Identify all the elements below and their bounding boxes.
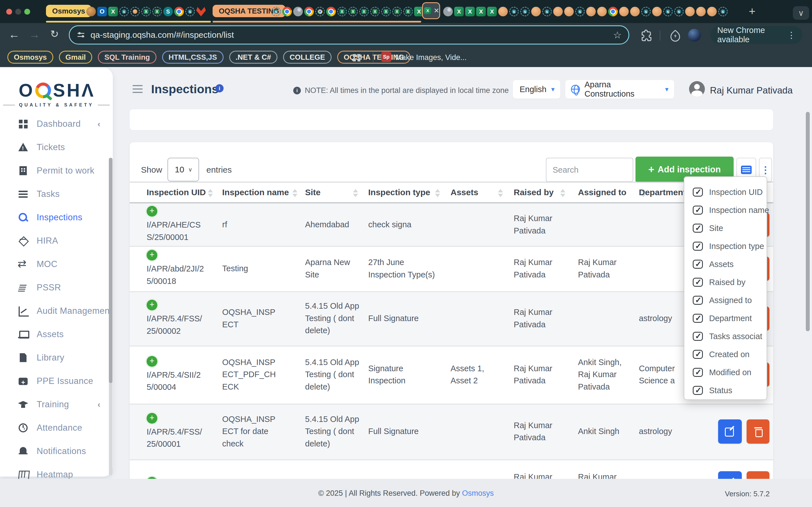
column-header-raised[interactable]: Raised by bbox=[514, 187, 554, 197]
tab-close-icon[interactable]: ✕ bbox=[434, 7, 439, 14]
table-row[interactable]: +I/APR/5.4/SII/25/00004OQSHA_INSPECT_PDF… bbox=[130, 346, 773, 404]
back-icon[interactable]: ← bbox=[8, 28, 20, 41]
company-select[interactable]: Aparna Constructions ▾ bbox=[565, 80, 674, 99]
chrome-favicon[interactable] bbox=[282, 7, 292, 16]
sharepoint-favicon[interactable] bbox=[163, 7, 173, 16]
chrome-update-button[interactable]: New Chrome available ⋮ bbox=[711, 26, 802, 44]
exceldash-favicon[interactable] bbox=[359, 7, 369, 16]
checkbox-checked-icon[interactable] bbox=[693, 224, 703, 233]
exceldash-favicon[interactable] bbox=[381, 7, 391, 16]
saved-tab-group-college[interactable]: COLLEGE bbox=[283, 51, 332, 64]
checkbox-checked-icon[interactable] bbox=[693, 314, 703, 323]
extensions-puzzle-icon[interactable] bbox=[641, 29, 653, 42]
menu-toggle-icon[interactable] bbox=[133, 85, 143, 94]
tab-groups-grid-icon[interactable] bbox=[353, 54, 356, 57]
spdash-favicon[interactable] bbox=[663, 7, 673, 16]
chrome-favicon[interactable] bbox=[326, 7, 336, 16]
column-menu-item-site[interactable]: Site bbox=[693, 219, 767, 237]
bookmark-star-icon[interactable]: ☆ bbox=[613, 29, 622, 41]
sidebar-item-library[interactable]: Library bbox=[0, 346, 113, 369]
checkbox-checked-icon[interactable] bbox=[693, 350, 703, 359]
tab-search-chevron[interactable]: ∨ bbox=[793, 6, 809, 20]
language-select[interactable]: English ▾ bbox=[513, 80, 560, 99]
bookmark-favicon[interactable]: Sp bbox=[381, 52, 391, 62]
column-menu-item-inspection-uid[interactable]: Inspection UID bbox=[693, 183, 767, 201]
expand-row-icon[interactable]: + bbox=[147, 300, 157, 311]
performance-leaf-icon[interactable] bbox=[669, 29, 682, 42]
spdash-favicon[interactable] bbox=[718, 7, 728, 16]
sidebar-item-tasks[interactable]: Tasks bbox=[0, 182, 113, 206]
sidebar-item-assets[interactable]: Assets bbox=[0, 323, 113, 346]
table-row[interactable]: +I/APR/AHE/CSS/25/00001rfAhemdabadcheck … bbox=[130, 203, 773, 246]
site-settings-icon[interactable] bbox=[77, 31, 86, 39]
sidebar-item-tickets[interactable]: Tickets bbox=[0, 135, 113, 159]
spdash-favicon[interactable] bbox=[674, 7, 684, 16]
info-icon[interactable]: i bbox=[215, 84, 223, 93]
chrome-favicon[interactable] bbox=[608, 7, 618, 16]
chrome-favicon[interactable] bbox=[304, 7, 314, 16]
edit-row-button[interactable] bbox=[718, 419, 742, 444]
spdash-favicon[interactable] bbox=[520, 7, 530, 16]
exceldash-favicon[interactable] bbox=[337, 7, 347, 16]
peach-favicon[interactable] bbox=[531, 7, 541, 16]
outlook-favicon[interactable] bbox=[97, 7, 107, 16]
url-bar[interactable]: qa-staging.oqsha.com/#/inspection/list ☆ bbox=[69, 25, 629, 45]
exceldash-favicon[interactable] bbox=[348, 7, 358, 16]
sidebar-item-audit-management[interactable]: Audit Management bbox=[0, 299, 113, 323]
sidebar-item-ppe-issuance[interactable]: PPE Issuance bbox=[0, 369, 113, 393]
chrome-favicon[interactable] bbox=[174, 7, 184, 16]
excel-favicon[interactable] bbox=[108, 7, 118, 16]
wood-favicon[interactable] bbox=[86, 7, 96, 16]
column-header-dept[interactable]: Department bbox=[639, 187, 686, 197]
user-avatar[interactable] bbox=[689, 81, 705, 97]
excel-favicon[interactable] bbox=[487, 7, 497, 16]
reload-icon[interactable]: ↻ bbox=[50, 28, 59, 40]
exceldash-favicon[interactable] bbox=[392, 7, 402, 16]
peach-favicon[interactable] bbox=[696, 7, 706, 16]
sidebar-item-training[interactable]: Training‹ bbox=[0, 393, 113, 416]
column-menu-item-assets[interactable]: Assets bbox=[693, 255, 767, 273]
spdash-favicon[interactable] bbox=[271, 7, 281, 16]
user-name[interactable]: Raj Kumar Pativada bbox=[710, 85, 793, 96]
column-header-type[interactable]: Inspection type bbox=[368, 187, 430, 197]
peach-favicon[interactable] bbox=[564, 7, 574, 16]
column-header-site[interactable]: Site bbox=[305, 187, 320, 197]
column-menu-item-inspection-type[interactable]: Inspection type bbox=[693, 237, 767, 255]
saved-tab-group-sql-training[interactable]: SQL Training bbox=[98, 51, 156, 64]
peach-favicon[interactable] bbox=[553, 7, 563, 16]
expand-row-icon[interactable]: + bbox=[147, 356, 157, 367]
expand-row-icon[interactable]: + bbox=[147, 413, 157, 424]
column-header-assigned[interactable]: Assigned to bbox=[578, 187, 626, 197]
spdash-favicon[interactable] bbox=[509, 7, 519, 16]
chromedash-favicon[interactable] bbox=[315, 7, 325, 16]
checkbox-checked-icon[interactable] bbox=[693, 187, 703, 196]
tab-group-osmosys[interactable]: Osmosys bbox=[46, 5, 91, 17]
sidebar-scrollbar-thumb[interactable] bbox=[109, 158, 112, 383]
search-input[interactable] bbox=[546, 158, 633, 182]
page-size-select[interactable]: 10 ∨ bbox=[167, 158, 199, 181]
exceldash-favicon[interactable] bbox=[403, 7, 413, 16]
checkbox-checked-icon[interactable] bbox=[693, 242, 703, 251]
sidebar-item-attendance[interactable]: Attendance bbox=[0, 416, 113, 439]
column-menu-item-tasks-associat[interactable]: Tasks associat bbox=[693, 327, 767, 345]
column-header-assets[interactable]: Assets bbox=[451, 187, 478, 197]
exceldash-favicon[interactable] bbox=[370, 7, 380, 16]
excel-favicon[interactable] bbox=[476, 7, 486, 16]
saved-tab-group--net-c-[interactable]: .NET & C# bbox=[229, 51, 278, 64]
exceldash-favicon[interactable] bbox=[152, 7, 162, 16]
peach-favicon[interactable] bbox=[586, 7, 596, 16]
page-scrollbar-thumb[interactable] bbox=[806, 112, 810, 331]
browser-menu-icon[interactable]: ⋮ bbox=[787, 30, 796, 40]
column-menu-item-modified-on[interactable]: Modified on bbox=[693, 363, 767, 381]
active-tab[interactable]: ✕ bbox=[422, 2, 440, 19]
peach-favicon[interactable] bbox=[685, 7, 695, 16]
column-menu-item-raised-by[interactable]: Raised by bbox=[693, 273, 767, 291]
peachdash-favicon[interactable] bbox=[130, 7, 140, 16]
table-row[interactable]: +I/APR/5.4/FSS/25/00002OQSHA_INSPECT5.4.… bbox=[130, 291, 773, 346]
osmosys-link[interactable]: Osmosys bbox=[462, 489, 494, 497]
url-text[interactable]: qa-staging.oqsha.com/#/inspection/list bbox=[91, 30, 613, 40]
sidebar-item-hira[interactable]: HIRA bbox=[0, 229, 113, 252]
peach-favicon[interactable] bbox=[652, 7, 662, 16]
peach-favicon[interactable] bbox=[630, 7, 640, 16]
window-zoom-button[interactable] bbox=[24, 9, 30, 15]
